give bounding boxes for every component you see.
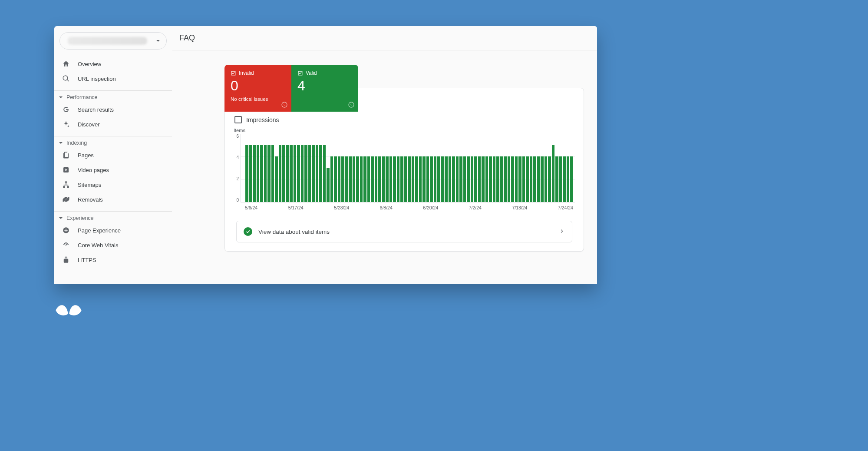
sidebar-item-core-web-vitals[interactable]: Core Web Vitals (54, 238, 172, 252)
eye-off-icon (62, 196, 70, 203)
chart-bar (430, 156, 433, 202)
sidebar-item-pages[interactable]: Pages (54, 148, 172, 162)
lock-icon (62, 256, 70, 264)
chart-bar (478, 156, 481, 202)
x-tick: 7/24/24 (558, 205, 573, 210)
chart-bar (415, 156, 418, 202)
chart-bar (504, 156, 507, 202)
chart-bar (245, 145, 248, 202)
chart-bar (330, 156, 333, 202)
chart-bar (419, 156, 422, 202)
chart-bar (375, 156, 378, 202)
chart-bar (422, 156, 426, 202)
chart-bar (353, 156, 356, 202)
gauge-icon (62, 241, 70, 249)
chart-bar (367, 156, 370, 202)
view-valid-items-link[interactable]: View data about valid items (236, 221, 572, 242)
chart-bar (467, 156, 470, 202)
help-icon[interactable]: ? (348, 101, 355, 108)
chart-bar (338, 156, 341, 202)
sidebar-item-page-experience[interactable]: Page Experience (54, 223, 172, 238)
chart-bar (541, 156, 544, 202)
chart-y-axis: 6 4 2 0 (233, 134, 241, 202)
sidebar-item-label: Video pages (78, 167, 109, 173)
sidebar-item-label: HTTPS (78, 257, 96, 263)
chart-bar (249, 145, 252, 202)
chart-bar (412, 156, 415, 202)
sidebar-item-video-pages[interactable]: Video pages (54, 162, 172, 177)
checkbox-icon[interactable] (234, 116, 242, 123)
sidebar-item-sitemaps[interactable]: Sitemaps (54, 177, 172, 192)
sidebar-item-label: Search results (78, 106, 114, 113)
chevron-down-icon (59, 216, 63, 220)
impressions-label: Impressions (246, 116, 279, 123)
chart-bar (393, 156, 396, 202)
chart-plot (241, 134, 575, 202)
sidebar-item-url-inspection[interactable]: URL inspection (54, 71, 172, 86)
chart-x-axis: 5/6/24 5/17/24 5/28/24 6/8/24 6/20/24 7/… (241, 202, 575, 210)
x-tick: 5/17/24 (288, 205, 304, 210)
app-window: Overview URL inspection Performance Sear… (54, 26, 597, 284)
sidebar-item-https[interactable]: HTTPS (54, 252, 172, 267)
chart-bar (474, 156, 477, 202)
video-pages-icon (62, 166, 70, 174)
sidebar-item-removals[interactable]: Removals (54, 192, 172, 207)
check-circle-icon (244, 227, 252, 236)
chart: Items 6 4 2 0 (225, 128, 584, 210)
chart-bar (397, 156, 400, 202)
chart-y-title: Items (234, 128, 575, 133)
chart-bar (341, 156, 344, 202)
chart-bar (301, 145, 304, 202)
chart-bar (363, 156, 366, 202)
y-tick: 0 (236, 198, 239, 202)
y-tick: 6 (236, 134, 239, 139)
x-tick: 6/20/24 (423, 205, 438, 210)
chart-bar (345, 156, 348, 202)
svg-text:?: ? (284, 103, 286, 107)
chart-bar (526, 156, 529, 202)
tile-invalid[interactable]: Invalid 0 No critical issues ? (224, 65, 291, 112)
sidebar-item-overview[interactable]: Overview (54, 56, 172, 71)
chart-bar (570, 156, 573, 202)
chart-bar (349, 156, 352, 202)
chart-bar (286, 145, 289, 202)
y-tick: 2 (236, 176, 239, 181)
sidebar-item-label: Overview (78, 61, 101, 67)
chart-bar (304, 145, 307, 202)
tile-label: Invalid (239, 70, 254, 76)
status-tiles: Invalid 0 No critical issues ? Valid 4 ? (224, 65, 358, 112)
tile-subtext: No critical issues (231, 96, 285, 102)
sidebar-item-discover[interactable]: Discover (54, 117, 172, 132)
chart-bar (522, 156, 525, 202)
link-label: View data about valid items (258, 229, 553, 235)
chart-bar (471, 156, 474, 202)
main-content: FAQ Invalid 0 No critical issues ? (172, 26, 597, 284)
chart-bar (378, 156, 381, 202)
chevron-right-icon (559, 228, 565, 235)
sidebar-section-performance[interactable]: Performance (54, 90, 172, 102)
chevron-down-icon (59, 95, 63, 99)
chart-bar (445, 156, 448, 202)
svg-text:?: ? (350, 103, 353, 107)
chart-bar (253, 145, 256, 202)
chart-bar (437, 156, 440, 202)
chart-bar (518, 156, 521, 202)
help-icon[interactable]: ? (281, 101, 288, 108)
sidebar-section-experience[interactable]: Experience (54, 211, 172, 223)
chart-bar (555, 156, 558, 202)
chart-bar (508, 156, 511, 202)
sitemap-icon (62, 181, 70, 189)
chart-bar (308, 145, 311, 202)
property-selector[interactable] (59, 32, 167, 50)
chart-bar (400, 156, 403, 202)
sidebar-item-search-results[interactable]: Search results (54, 102, 172, 117)
tile-label: Valid (306, 70, 317, 76)
chart-bar (482, 156, 485, 202)
tile-valid[interactable]: Valid 4 ? (291, 65, 358, 112)
chart-bar (496, 156, 499, 202)
x-tick: 6/8/24 (380, 205, 393, 210)
sidebar-item-label: Removals (78, 196, 103, 203)
sidebar-section-indexing[interactable]: Indexing (54, 136, 172, 148)
chart-bar (511, 156, 514, 202)
chevron-down-icon (156, 39, 160, 43)
